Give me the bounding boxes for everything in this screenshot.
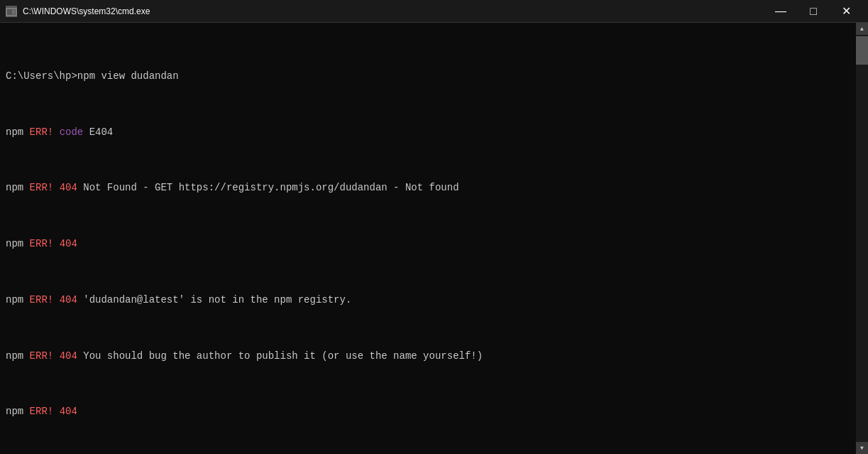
terminal-body[interactable]: C:\Users\hp>npm view dudandan npm ERR! c… <box>0 23 868 454</box>
line-2: npm ERR! code E404 <box>6 125 862 139</box>
terminal-output: C:\Users\hp>npm view dudandan npm ERR! c… <box>6 27 862 454</box>
line-3: npm ERR! 404 Not Found - GET https://reg… <box>6 180 862 195</box>
window-icon <box>6 6 17 17</box>
maximize-button[interactable]: □ <box>797 0 830 23</box>
scrollbar-thumb[interactable] <box>856 36 868 65</box>
window-title: C:\WINDOWS\system32\cmd.exe <box>23 6 764 16</box>
scroll-down-button[interactable]: ▼ <box>856 442 868 454</box>
line-4: npm ERR! 404 <box>6 237 862 251</box>
minimize-button[interactable]: — <box>764 0 797 23</box>
line-6: npm ERR! 404 You should bug the author t… <box>6 349 862 363</box>
cmd-window: C:\WINDOWS\system32\cmd.exe — □ ✕ C:\Use… <box>0 0 868 454</box>
scrollbar[interactable]: ▲ ▼ <box>856 23 868 454</box>
line-5: npm ERR! 404 'dudandan@latest' is not in… <box>6 293 862 307</box>
line-1: C:\Users\hp>npm view dudandan <box>6 69 862 83</box>
line-7: npm ERR! 404 <box>6 404 862 418</box>
title-bar: C:\WINDOWS\system32\cmd.exe — □ ✕ <box>0 0 868 23</box>
scroll-up-button[interactable]: ▲ <box>856 23 868 35</box>
window-controls: — □ ✕ <box>764 0 862 23</box>
svg-rect-1 <box>8 10 11 12</box>
close-button[interactable]: ✕ <box>830 0 862 23</box>
